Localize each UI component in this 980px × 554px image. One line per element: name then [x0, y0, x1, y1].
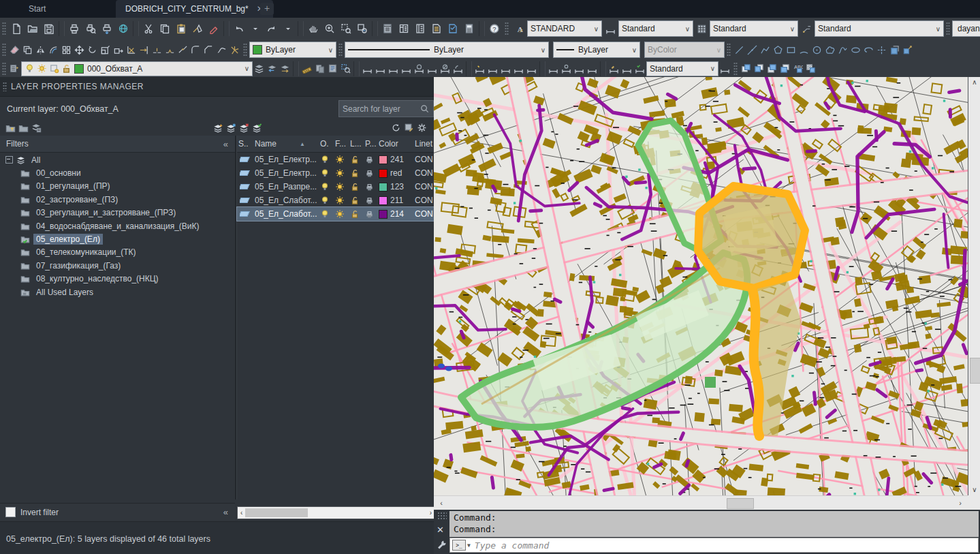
array-icon[interactable] — [60, 43, 73, 57]
zoom-window-icon[interactable] — [338, 20, 354, 37]
order-back-icon[interactable] — [753, 62, 765, 76]
layer-settings-icon[interactable] — [402, 121, 415, 135]
insert-block-icon[interactable] — [888, 43, 901, 57]
dim-combo[interactable]: Standard∨ — [646, 61, 718, 76]
blend-icon[interactable] — [215, 43, 228, 57]
text-style-combo[interactable]: STANDARD∨ — [527, 20, 602, 37]
layer-on-toggle[interactable] — [320, 166, 334, 180]
new-layer-icon[interactable] — [212, 121, 225, 135]
layer-row[interactable]: 05_Ел_Слабот...214CON — [237, 207, 434, 221]
arc-icon[interactable] — [797, 43, 810, 57]
mleader-style-icon[interactable] — [798, 20, 815, 37]
trim-icon[interactable] — [125, 43, 138, 57]
toolbar-grip[interactable] — [946, 22, 950, 35]
new-tab-button[interactable]: + — [260, 3, 274, 15]
refresh-icon[interactable] — [390, 121, 402, 135]
dim-continue-icon[interactable] — [499, 62, 512, 76]
dim-radius-icon[interactable] — [413, 62, 426, 76]
chamfer-icon[interactable] — [202, 43, 215, 57]
layer-color[interactable]: 211 — [379, 194, 414, 207]
layer-combo[interactable]: 000_Обхват_А ∨ — [21, 61, 253, 76]
filter-tree-item[interactable]: All Used Layers — [0, 286, 235, 298]
break-icon[interactable] — [163, 43, 176, 57]
collapse-invert-icon[interactable]: « — [223, 507, 228, 517]
polygon-icon[interactable] — [772, 43, 785, 57]
panel-title-bar[interactable]: LAYER PROPERTIES MANAGER — [0, 77, 434, 97]
list-icon[interactable] — [326, 62, 339, 76]
create-block-icon[interactable] — [901, 43, 914, 57]
delete-layer-icon[interactable] — [238, 121, 251, 135]
markup-manager-icon[interactable] — [445, 20, 461, 37]
workspace-field[interactable]: dayana — [952, 20, 980, 37]
undo-icon[interactable] — [231, 20, 247, 37]
layer-lock-toggle[interactable] — [350, 166, 364, 180]
layer-lock-toggle[interactable] — [350, 194, 364, 207]
column-header-linet[interactable]: Linet — [415, 136, 434, 152]
filter-tree-item[interactable]: 00_основни — [0, 166, 235, 179]
toolbar-grip[interactable] — [505, 22, 509, 35]
command-dropdown-icon[interactable]: ▼ — [467, 542, 471, 549]
column-header-name[interactable]: Name▲ — [255, 136, 313, 152]
mleader-style-combo[interactable]: Standard∨ — [815, 20, 944, 37]
dim-style-icon[interactable] — [602, 20, 618, 37]
batch-plot-icon[interactable] — [99, 20, 115, 37]
new-vp-frozen-layer-icon[interactable] — [225, 121, 238, 135]
new-property-filter-icon[interactable] — [4, 121, 17, 135]
rotate-icon[interactable] — [86, 43, 99, 57]
ellipse-arc-icon[interactable] — [862, 43, 875, 57]
layer-row[interactable]: 05_Ел_Електр...redCON — [237, 166, 434, 180]
layer-states-manager-icon[interactable] — [30, 121, 43, 135]
tool-palettes-icon[interactable] — [412, 20, 428, 37]
mirror-icon[interactable] — [34, 43, 47, 57]
layer-color[interactable]: 123 — [379, 180, 414, 194]
layer-plot-toggle[interactable] — [365, 207, 377, 221]
command-grip[interactable] — [437, 512, 447, 520]
column-header-s[interactable]: S.. — [238, 136, 253, 152]
layer-freeze-toggle[interactable] — [335, 153, 349, 166]
dim-center-icon[interactable] — [560, 62, 573, 76]
cut-icon[interactable] — [140, 20, 157, 37]
layer-linetype[interactable]: CON — [415, 180, 435, 194]
layer-plot-toggle[interactable] — [365, 153, 377, 166]
layer-translate-icon[interactable] — [279, 62, 291, 76]
zoom-previous-icon[interactable] — [354, 20, 370, 37]
hatch-back-icon[interactable] — [804, 62, 817, 76]
collapse-filters-icon[interactable]: « — [223, 139, 228, 149]
layer-linetype[interactable]: CON — [415, 166, 435, 180]
layer-plot-toggle[interactable] — [365, 166, 377, 180]
dim-angular-icon[interactable] — [452, 62, 464, 76]
construction-line-icon[interactable] — [746, 43, 759, 57]
new-group-filter-icon[interactable] — [17, 121, 30, 135]
rectangle-icon[interactable] — [785, 43, 797, 57]
layer-color[interactable]: 214 — [379, 207, 414, 221]
layer-linetype[interactable]: CON — [415, 153, 435, 166]
layer-properties-icon[interactable] — [8, 62, 21, 76]
offset-icon[interactable] — [47, 43, 60, 57]
toolbar-grip[interactable] — [2, 43, 6, 57]
layer-lock-toggle[interactable] — [350, 207, 364, 221]
pan-icon[interactable] — [305, 20, 321, 37]
scroll-thumb[interactable] — [727, 498, 754, 509]
drawing-canvas[interactable] — [434, 77, 968, 495]
invert-filter-checkbox[interactable] — [5, 507, 16, 517]
filter-tree-item[interactable]: 03_регулация_и_застрояване_(ПРЗ) — [0, 206, 235, 219]
search-icon[interactable] — [420, 104, 430, 114]
dim-arc-icon[interactable] — [387, 62, 400, 76]
explode-icon[interactable] — [228, 43, 241, 57]
dim-inspect-icon[interactable] — [573, 62, 586, 76]
revision-cloud-icon[interactable] — [823, 43, 836, 57]
color-combo[interactable]: ByLayer∨ — [249, 42, 336, 58]
filter-tree-item[interactable]: 06_телекомуникации_(ТК) — [0, 246, 235, 259]
layer-plot-toggle[interactable] — [365, 180, 377, 194]
drop-icon[interactable] — [247, 20, 264, 37]
linetype-combo[interactable]: ByLayer∨ — [345, 42, 549, 58]
layer-on-toggle[interactable] — [320, 207, 334, 221]
scroll-thumb[interactable] — [245, 508, 308, 517]
command-input[interactable]: >_ ▼ Type a command — [449, 538, 979, 553]
dim-jogged-icon[interactable] — [426, 62, 439, 76]
design-center-icon[interactable] — [396, 20, 412, 37]
dim-jogline-icon[interactable] — [586, 62, 599, 76]
plot-icon[interactable] — [66, 20, 82, 37]
zoom-realtime-icon[interactable] — [321, 20, 338, 37]
dim-break-icon[interactable] — [525, 62, 538, 76]
